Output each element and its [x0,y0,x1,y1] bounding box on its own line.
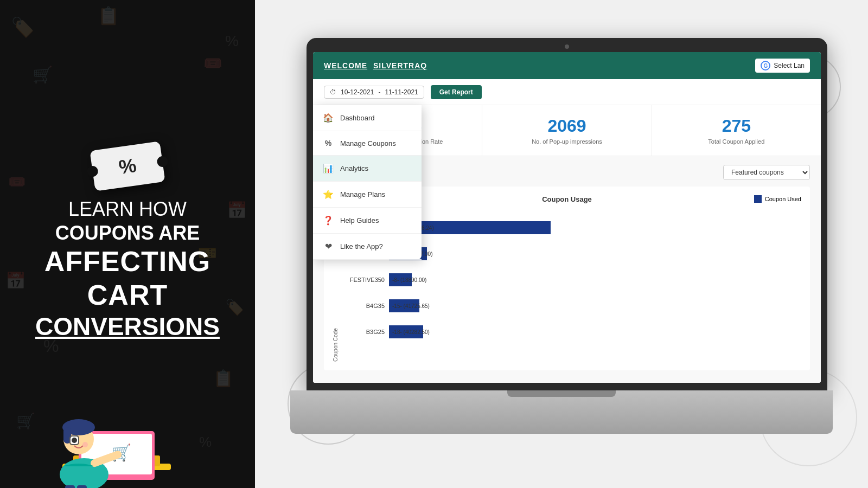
bar-row-4: B3G25-18- (40282.50) [343,324,801,339]
google-icon: G [761,61,770,70]
stat-label-1: No. of Pop-up impressions [493,138,640,145]
analytics-icon: 📊 [323,163,334,174]
featured-dropdown[interactable]: Featured coupons [723,165,810,180]
sidebar-manage-plans-label: Manage Plans [340,190,385,198]
translate-label: Select Lan [774,62,805,69]
person-illustration: 🛒 [0,380,255,488]
svg-point-11 [72,438,77,443]
sidebar-item-help-guides[interactable]: ❓ Help Guides [313,208,422,234]
popup-sidebar-menu: 🏠 Dashboard % Manage Coupons 📊 Analytics [313,105,422,260]
screen-toolbar: ⏱ 10-12-2021 - 11-11-2021 Get Report [313,79,821,105]
svg-rect-15 [77,485,87,488]
stat-card-1: 2069 No. of Pop-up impressions [482,105,652,156]
bar-label-2: FESTIVE350 [343,277,389,283]
bar-label-3: B4G35 [343,303,389,309]
bar-row-2: FESTIVE350-8- (18890.00) [343,272,801,287]
stat-value-2: 275 [663,116,810,136]
help-icon: ❓ [323,215,334,226]
sidebar-help-guides-label: Help Guides [340,216,379,224]
legend-label: Coupon Used [765,196,801,202]
sidebar-item-manage-plans[interactable]: ⭐ Manage Plans [313,182,422,208]
date-from: 10-12-2021 [341,88,374,96]
sidebar-dashboard-label: Dashboard [340,114,375,122]
bar-value-2: -8- (18890.00) [392,277,426,283]
laptop-screen-outer: WELCOME SILVERTRAQ G Select Lan ⏱ 10-12-… [307,38,827,390]
bar-value-4: -18- (40282.50) [392,329,430,335]
sidebar-item-dashboard[interactable]: 🏠 Dashboard [313,105,422,131]
bar-label-4: B3G25 [343,329,389,335]
screen-header: WELCOME SILVERTRAQ G Select Lan [313,52,821,79]
date-range[interactable]: ⏱ 10-12-2021 - 11-11-2021 [324,86,424,99]
laptop-screen: WELCOME SILVERTRAQ G Select Lan ⏱ 10-12-… [313,52,821,383]
screen-main: 2.25% Cart to Checkout Conversion Rate 2… [313,105,821,383]
stat-label-2: Total Coupon Applied [663,138,810,145]
left-panel: 🏷️ % 🛒 📋 🎟️ 📅 🏷️ % 🎫 📋 🛒 % 🎟️ 📅 % LEARN … [0,0,255,488]
stat-value-1: 2069 [493,116,640,136]
welcome-label: WELCOME [324,61,367,70]
sidebar-item-like-app[interactable]: ❤ Like the App? [313,234,422,260]
headline-line2: COUPONS ARE [16,221,239,245]
sidebar-analytics-label: Analytics [340,164,368,172]
laptop-camera [565,44,569,49]
star-icon: ⭐ [323,189,334,200]
sidebar-item-manage-coupons[interactable]: % Manage Coupons [313,131,422,156]
heart-icon: ❤ [323,241,334,252]
laptop-base [290,390,833,434]
date-to: 11-11-2021 [385,88,418,96]
headline-line4: CONVERSIONS [16,312,239,342]
date-separator: - [378,88,380,96]
bar-fill-3: -15- (41725.65) [389,299,419,312]
chart-legend: Coupon Used [754,195,801,203]
clock-icon: ⏱ [330,88,336,96]
stat-card-2: 275 Total Coupon Applied [652,105,821,156]
welcome-text: WELCOME SILVERTRAQ [324,61,427,70]
welcome-user: SILVERTRAQ [373,61,427,70]
get-report-button[interactable]: Get Report [431,85,482,99]
bar-fill-4: -18- (40282.50) [389,325,423,338]
sidebar-item-analytics[interactable]: 📊 Analytics [313,156,422,182]
sidebar-like-app-label: Like the App? [340,242,383,251]
bar-row-3: B4G35-15- (41725.65) [343,298,801,313]
legend-color [754,195,762,203]
laptop-notch [507,390,616,397]
laptop-wrapper: WELCOME SILVERTRAQ G Select Lan ⏱ 10-12-… [290,38,833,450]
svg-rect-14 [65,485,75,488]
percent-icon: % [323,139,334,147]
translate-widget[interactable]: G Select Lan [755,59,810,73]
svg-point-13 [82,442,88,447]
headline-line3: AFFECTING CART [16,245,239,312]
right-panel: WELCOME SILVERTRAQ G Select Lan ⏱ 10-12-… [255,0,868,488]
home-icon: 🏠 [323,113,334,123]
headline-line1: LEARN HOW [16,197,239,221]
sidebar-manage-coupons-label: Manage Coupons [340,139,396,147]
bar-value-3: -15- (41725.65) [392,303,430,309]
headline: LEARN HOW COUPONS ARE AFFECTING CART CON… [0,197,255,342]
coupon-icon: % [92,146,163,187]
bar-fill-2: -8- (18890.00) [389,273,412,286]
